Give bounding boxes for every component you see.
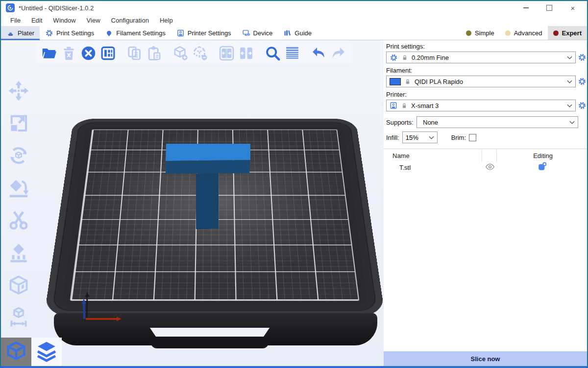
tab-printer-settings[interactable]: Printer Settings <box>171 26 237 40</box>
tab-plater[interactable]: Plater <box>1 26 40 40</box>
edit-print-settings-button[interactable] <box>577 53 587 62</box>
build-plate <box>44 119 384 316</box>
gear-icon <box>578 53 587 62</box>
remove-instance-icon <box>192 45 208 61</box>
undo-button[interactable] <box>310 44 327 62</box>
paint-supports-button[interactable] <box>7 241 30 264</box>
move-button[interactable] <box>7 79 30 102</box>
mode-label: Advanced <box>514 29 542 37</box>
menu-view[interactable]: View <box>82 16 105 25</box>
search-icon <box>265 45 281 61</box>
search-button[interactable] <box>264 44 281 62</box>
object-list: Name Editing T.stl <box>384 149 587 173</box>
delete-all-icon <box>80 45 97 61</box>
rotate-icon <box>8 145 29 166</box>
mode-advanced[interactable]: Advanced <box>500 26 548 40</box>
menu-bar: File Edit Window View Configuration Help <box>1 15 587 26</box>
scale-icon <box>8 112 29 134</box>
guide-icon <box>283 29 292 37</box>
delete-button[interactable] <box>60 44 77 62</box>
infill-combo[interactable]: 15% <box>402 131 438 143</box>
delete-all-button[interactable] <box>80 44 97 62</box>
arrange-button[interactable] <box>99 44 117 62</box>
brim-checkbox[interactable] <box>469 134 476 141</box>
plater-toolbar <box>37 42 351 64</box>
device-icon <box>242 29 250 37</box>
gear-icon <box>45 29 53 37</box>
add-instance-button[interactable] <box>172 44 189 62</box>
split-to-objects-icon <box>219 45 235 61</box>
window-title: *Untitled - QIDISlicer-1.0.2 <box>19 4 94 12</box>
preview-view-button[interactable] <box>31 338 62 366</box>
measure-button[interactable] <box>7 306 30 329</box>
main-content: Print settings: 0.20mm Fine Filament: QI… <box>1 40 587 366</box>
move-icon <box>8 80 29 102</box>
edit-filament-button[interactable] <box>577 77 587 86</box>
seam-button[interactable] <box>7 274 30 296</box>
lock-icon <box>401 54 408 61</box>
arrange-icon <box>100 45 116 61</box>
chevron-down-icon <box>567 80 572 83</box>
tab-print-settings[interactable]: Print Settings <box>40 26 99 40</box>
copy-button[interactable] <box>126 44 143 62</box>
menu-window[interactable]: Window <box>49 16 80 25</box>
column-header-name: Name <box>392 152 410 159</box>
filament-combo[interactable]: QIDI PLA Rapido <box>386 76 576 87</box>
object-row-name[interactable]: T.stl <box>399 164 411 171</box>
mode-expert[interactable]: Expert <box>548 26 587 40</box>
rotate-button[interactable] <box>7 144 30 167</box>
remove-instance-button[interactable] <box>192 44 209 62</box>
minimize-button[interactable] <box>522 4 529 11</box>
advanced-dot-icon <box>505 30 511 36</box>
visibility-eye-icon[interactable] <box>485 163 495 171</box>
split-to-parts-icon <box>238 45 254 61</box>
open-button[interactable] <box>41 44 58 62</box>
lock-icon <box>404 78 411 85</box>
split-to-objects-button[interactable] <box>218 44 235 62</box>
paint-supports-icon <box>8 242 29 263</box>
printer-value: X-smart 3 <box>411 102 564 109</box>
printer-combo[interactable]: X-smart 3 <box>386 100 576 111</box>
3d-editor-view-button[interactable] <box>1 338 31 366</box>
supports-combo[interactable]: None <box>416 116 578 128</box>
maximize-button[interactable] <box>546 4 553 11</box>
slice-now-button[interactable]: Slice now <box>384 351 587 366</box>
add-instance-icon <box>172 45 189 61</box>
menu-help[interactable]: Help <box>155 16 177 25</box>
filament-label: Filament: <box>386 67 587 74</box>
redo-button[interactable] <box>330 44 347 62</box>
chevron-down-icon <box>569 121 575 124</box>
close-button[interactable]: × <box>569 4 576 11</box>
gear-icon <box>578 77 587 86</box>
measure-icon <box>8 307 29 328</box>
split-to-parts-button[interactable] <box>238 44 255 62</box>
menu-file[interactable]: File <box>6 16 25 25</box>
object-editing-icon[interactable] <box>538 162 546 171</box>
edit-printer-button[interactable] <box>577 101 587 110</box>
tab-label: Print Settings <box>56 29 94 37</box>
viewport-3d[interactable] <box>1 40 384 366</box>
tab-device[interactable]: Device <box>237 26 278 40</box>
mode-switcher: Simple Advanced Expert <box>461 26 587 40</box>
chevron-down-icon <box>567 56 572 59</box>
menu-configuration[interactable]: Configuration <box>107 16 153 25</box>
print-settings-combo[interactable]: 0.20mm Fine <box>386 52 576 63</box>
gizmo-toolbar <box>1 40 36 366</box>
printer-icon <box>176 29 185 37</box>
seam-icon <box>8 274 29 296</box>
supports-value: None <box>420 119 566 126</box>
tab-guide[interactable]: Guide <box>278 26 317 40</box>
layers-view-icon <box>33 340 60 364</box>
mode-simple[interactable]: Simple <box>461 26 500 40</box>
cut-button[interactable] <box>7 209 30 232</box>
scale-button[interactable] <box>7 112 30 134</box>
column-header-editing: Editing <box>523 152 563 159</box>
place-on-face-button[interactable] <box>7 177 30 199</box>
settings-panel: Print settings: 0.20mm Fine Filament: QI… <box>384 40 587 366</box>
menu-edit[interactable]: Edit <box>27 16 47 25</box>
tab-filament-settings[interactable]: Filament Settings <box>99 26 171 40</box>
variable-layer-height-button[interactable] <box>284 44 301 62</box>
app-window: *Untitled - QIDISlicer-1.0.2 × File Edit… <box>0 0 588 368</box>
paste-button[interactable] <box>146 44 163 62</box>
tab-label: Plater <box>18 29 34 37</box>
